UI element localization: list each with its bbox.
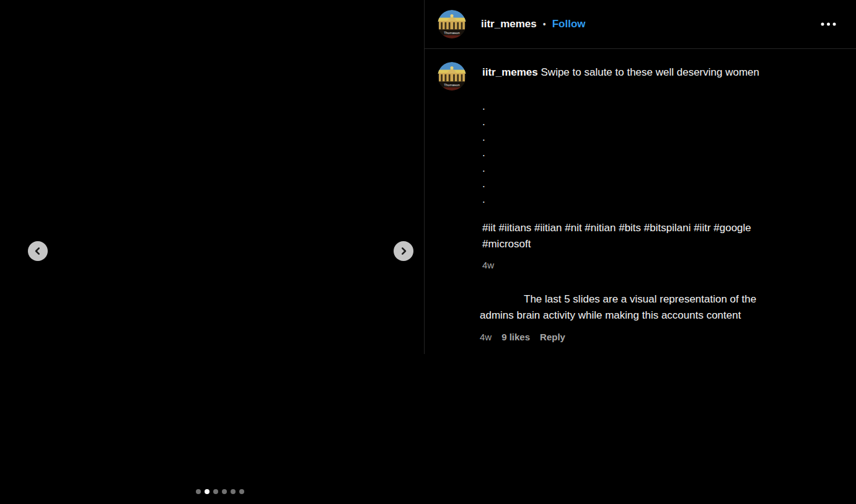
carousel-dots	[196, 489, 244, 494]
caption-text: Swipe to salute to these well deserving …	[541, 66, 759, 78]
chevron-right-icon	[399, 247, 408, 255]
carousel-dot	[213, 489, 218, 494]
caption-hashtags[interactable]: #iit #iitians #iitian #nit #nitian #bits…	[482, 220, 813, 252]
caption-dot-line: .	[482, 192, 813, 207]
carousel-dot	[239, 489, 244, 494]
comments-section: Thomason iitr_memes Swipe to salute to t…	[425, 49, 856, 342]
caption-dot-line: .	[482, 114, 813, 130]
caption-dot-line: .	[482, 99, 813, 114]
comment: The last 5 slides are a visual represent…	[480, 291, 814, 342]
header-username[interactable]: iitr_memes	[481, 18, 537, 30]
comment-timestamp: 4w	[480, 332, 492, 342]
comment-footer: 4w 9 likes Reply	[480, 332, 814, 342]
caption-dot-line: .	[482, 161, 813, 176]
carousel-dot	[231, 489, 236, 494]
caption-row: Thomason iitr_memes Swipe to salute to t…	[438, 62, 841, 272]
ellipsis-icon	[820, 22, 837, 27]
post-media-pane	[0, 0, 424, 504]
carousel-prev-button[interactable]	[28, 241, 48, 261]
caption-line: iitr_memes Swipe to salute to these well…	[482, 64, 813, 81]
comment-reply-button[interactable]: Reply	[540, 332, 565, 342]
carousel-dot	[196, 489, 201, 494]
follow-button[interactable]: Follow	[552, 18, 586, 30]
comment-likes[interactable]: 9 likes	[501, 332, 530, 342]
carousel-next-button[interactable]	[394, 241, 413, 261]
caption-avatar[interactable]: Thomason	[438, 62, 466, 91]
avatar-text: Thomason	[444, 83, 460, 87]
carousel-dot	[205, 489, 210, 494]
post-details-pane: Thomason iitr_memes • Follow	[425, 0, 856, 504]
username-follow-separator: •	[543, 19, 546, 29]
caption-dot-line: .	[482, 130, 813, 145]
avatar-text: Thomason	[444, 31, 460, 35]
caption-body: iitr_memes Swipe to salute to these well…	[482, 62, 813, 272]
caption-dot-line: .	[482, 145, 813, 161]
caption-dot-lines: .......	[482, 99, 813, 207]
caption-timestamp: 4w	[482, 259, 813, 272]
more-options-button[interactable]	[819, 18, 838, 30]
caption-dot-line: .	[482, 176, 813, 192]
caption-username[interactable]: iitr_memes	[482, 66, 538, 78]
chevron-left-icon	[33, 247, 42, 255]
comment-text: The last 5 slides are a visual represent…	[480, 291, 814, 324]
post-header: Thomason iitr_memes • Follow	[425, 0, 856, 49]
profile-avatar[interactable]: Thomason	[438, 10, 466, 38]
carousel-dot	[222, 489, 227, 494]
